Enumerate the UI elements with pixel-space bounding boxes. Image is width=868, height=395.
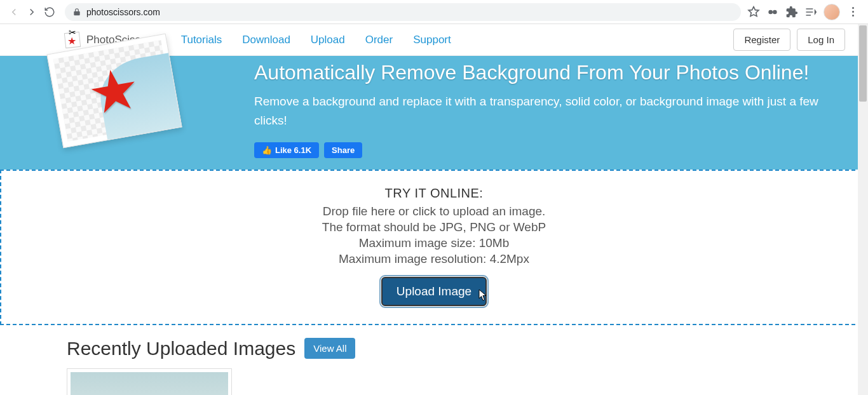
nav-link-download[interactable]: Download bbox=[242, 34, 290, 46]
address-bar[interactable]: photoscissors.com bbox=[65, 3, 741, 21]
upload-dropzone[interactable]: TRY IT ONLINE: Drop file here or click t… bbox=[0, 170, 868, 325]
back-button[interactable] bbox=[5, 3, 23, 21]
hero-section: ★ Automatically Remove Background From Y… bbox=[0, 56, 868, 170]
nav-link-tutorials[interactable]: Tutorials bbox=[181, 34, 222, 46]
hero-sample-image: ★ bbox=[46, 34, 182, 149]
forward-button[interactable] bbox=[23, 3, 41, 21]
dropzone-format: The format should be JPG, PNG or WebP bbox=[1, 220, 867, 234]
page-content: ★ ✂ PhotoScissors Tutorials Download Upl… bbox=[0, 24, 868, 395]
register-button[interactable]: Register bbox=[733, 29, 790, 51]
svg-point-0 bbox=[768, 10, 773, 14]
upload-image-button[interactable]: Upload Image bbox=[381, 277, 487, 306]
reload-button[interactable] bbox=[41, 3, 58, 21]
hero-title: Automatically Remove Background From You… bbox=[254, 61, 830, 84]
dropzone-maxsize: Maximum image size: 10Mb bbox=[1, 236, 867, 250]
facebook-like-button[interactable]: 👍 Like 6.1K bbox=[254, 142, 319, 158]
hero-subtitle: Remove a background and replace it with … bbox=[254, 92, 830, 131]
view-all-button[interactable]: View All bbox=[304, 338, 355, 359]
recent-section: Recently Uploaded Images View All bbox=[0, 325, 868, 395]
svg-point-1 bbox=[773, 10, 777, 14]
scrollbar-track[interactable] bbox=[858, 24, 868, 395]
facebook-share-button[interactable]: Share bbox=[324, 142, 362, 158]
recent-title: Recently Uploaded Images bbox=[67, 338, 295, 359]
browser-toolbar: photoscissors.com bbox=[0, 0, 868, 24]
scrollbar-thumb[interactable] bbox=[859, 25, 867, 102]
starfish-icon: ★ bbox=[84, 58, 144, 124]
nav-link-order[interactable]: Order bbox=[365, 34, 393, 46]
bookmark-star-icon[interactable] bbox=[747, 6, 760, 18]
dropzone-instruction: Drop file here or click to upload an ima… bbox=[1, 204, 867, 218]
extensions-puzzle-icon[interactable] bbox=[785, 6, 798, 18]
extension-icon-1[interactable] bbox=[766, 6, 779, 18]
login-button[interactable]: Log In bbox=[797, 29, 845, 51]
nav-link-support[interactable]: Support bbox=[413, 34, 451, 46]
recent-thumbnail[interactable] bbox=[67, 368, 232, 395]
reading-list-icon[interactable] bbox=[804, 6, 817, 18]
brand-logo-icon: ★ ✂ bbox=[64, 31, 81, 49]
profile-avatar[interactable] bbox=[824, 4, 840, 20]
dropzone-heading: TRY IT ONLINE: bbox=[1, 186, 867, 201]
thumbs-up-icon: 👍 bbox=[262, 145, 272, 155]
lock-icon bbox=[72, 8, 81, 17]
like-label: Like 6.1K bbox=[275, 145, 311, 155]
url-text: photoscissors.com bbox=[86, 7, 160, 17]
dropzone-maxres: Maximum image resolution: 4.2Mpx bbox=[1, 252, 867, 266]
browser-menu-icon[interactable] bbox=[846, 7, 859, 17]
nav-link-upload[interactable]: Upload bbox=[311, 34, 345, 46]
